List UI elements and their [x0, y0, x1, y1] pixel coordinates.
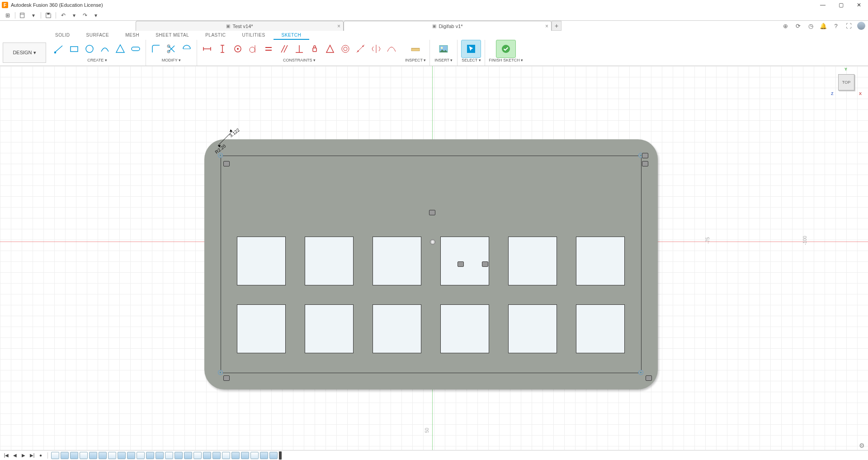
perpendicular-constraint-icon[interactable]	[293, 43, 306, 55]
measure-tool-icon[interactable]	[406, 40, 425, 58]
tab-close-icon[interactable]: ×	[337, 23, 340, 29]
timeline-start-icon[interactable]: |◀	[3, 452, 10, 459]
symmetry-constraint-icon[interactable]	[370, 43, 382, 55]
equal-constraint-icon[interactable]	[262, 43, 275, 55]
data-panel-icon[interactable]: ⊞	[3, 11, 13, 20]
trim-tool-icon[interactable]	[165, 43, 178, 55]
timeline-end-icon[interactable]: ▶|	[28, 452, 36, 459]
undo-icon[interactable]: ↶	[58, 11, 68, 20]
timeline-feature[interactable]	[250, 452, 259, 459]
file-menu-icon[interactable]	[18, 11, 28, 20]
timeline-record-icon[interactable]: ●	[37, 452, 44, 459]
timeline-feature[interactable]	[241, 452, 249, 459]
user-avatar[interactable]	[857, 22, 865, 30]
cutout[interactable]	[576, 237, 625, 285]
cutout[interactable]	[237, 304, 286, 353]
wstab-plastic[interactable]: PLASTIC	[197, 31, 234, 40]
undo-dropdown-icon[interactable]: ▾	[69, 11, 79, 20]
circle-tool-icon[interactable]	[83, 43, 96, 55]
parallel-constraint-icon[interactable]	[278, 43, 290, 55]
cutout[interactable]	[508, 237, 557, 285]
marketplace-icon[interactable]: ⛶	[844, 22, 853, 30]
cutout[interactable]	[305, 237, 354, 285]
redo-dropdown-icon[interactable]: ▾	[91, 11, 101, 20]
timeline-feature[interactable]	[269, 452, 278, 459]
timeline-play-icon[interactable]: ▶	[20, 452, 27, 459]
timeline-marker[interactable]	[279, 451, 282, 460]
timeline-feature[interactable]	[118, 452, 126, 459]
timeline-feature[interactable]	[127, 452, 135, 459]
hole[interactable]	[638, 370, 643, 375]
timeline-feature[interactable]	[61, 452, 69, 459]
timeline-feature[interactable]	[222, 452, 230, 459]
refresh-icon[interactable]: ⟳	[794, 22, 802, 30]
display-settings-icon[interactable]: ⚙	[859, 442, 866, 449]
fix-constraint-icon[interactable]	[308, 43, 321, 55]
ribbon-label[interactable]: CREATE ▾	[87, 57, 107, 62]
timeline-feature[interactable]	[108, 452, 116, 459]
timeline-feature[interactable]	[137, 452, 145, 459]
cutout[interactable]	[508, 304, 557, 353]
help-icon[interactable]: ?	[832, 22, 840, 30]
minimize-button[interactable]: —	[814, 0, 832, 10]
maximize-button[interactable]: ▢	[832, 0, 850, 10]
wstab-utilities[interactable]: UTILITIES	[234, 31, 273, 40]
wstab-mesh[interactable]: MESH	[117, 31, 147, 40]
new-tab-button[interactable]: +	[552, 21, 561, 31]
close-button[interactable]: ✕	[850, 0, 868, 10]
timeline-feature[interactable]	[231, 452, 240, 459]
hole[interactable]	[218, 370, 223, 375]
ribbon-label[interactable]: CONSTRAINTS ▾	[283, 57, 316, 62]
wstab-sheetmetal[interactable]: SHEET METAL	[147, 31, 197, 40]
workspace-switcher[interactable]: DESIGN ▾	[3, 43, 46, 63]
viewport[interactable]: 25 50 -25 -50 -75 -100 3.1	[0, 66, 868, 450]
timeline-feature[interactable]	[193, 452, 202, 459]
timeline-feature[interactable]	[89, 452, 97, 459]
wstab-sketch[interactable]: SKETCH	[274, 31, 310, 40]
timeline-feature[interactable]	[260, 452, 268, 459]
timeline-feature[interactable]	[165, 452, 173, 459]
cutout[interactable]	[373, 304, 421, 353]
extensions-icon[interactable]: ⊕	[781, 22, 789, 30]
concentric-constraint-icon[interactable]	[339, 43, 352, 55]
sketch-body[interactable]	[204, 139, 658, 389]
timeline-feature[interactable]	[203, 452, 211, 459]
select-tool-icon[interactable]	[461, 40, 481, 58]
file-dropdown-icon[interactable]: ▾	[28, 11, 38, 20]
horizontal-constraint-icon[interactable]	[201, 43, 213, 55]
cutout[interactable]	[373, 237, 421, 285]
tab-close-icon[interactable]: ×	[545, 23, 548, 29]
timeline-feature[interactable]	[212, 452, 221, 459]
cutout[interactable]	[440, 237, 489, 285]
curvature-constraint-icon[interactable]	[385, 43, 398, 55]
extend-tool-icon[interactable]	[180, 43, 193, 55]
timeline-feature[interactable]	[156, 452, 164, 459]
arc-tool-icon[interactable]	[99, 43, 111, 55]
polygon-tool-icon[interactable]	[114, 43, 127, 55]
cutout[interactable]	[305, 304, 354, 353]
viewcube-face[interactable]: TOP	[838, 74, 854, 90]
finish-sketch-icon[interactable]	[496, 40, 516, 58]
job-status-icon[interactable]: ◷	[807, 22, 815, 30]
document-tab-test[interactable]: ▣ Test v14* ×	[136, 21, 344, 31]
slot-tool-icon[interactable]	[129, 43, 142, 55]
timeline-feature[interactable]	[175, 452, 183, 459]
timeline-feature[interactable]	[146, 452, 154, 459]
insert-image-icon[interactable]	[434, 40, 453, 58]
origin-icon[interactable]	[430, 239, 435, 245]
redo-icon[interactable]: ↷	[80, 11, 90, 20]
timeline-feature[interactable]	[70, 452, 78, 459]
document-tab-digifab[interactable]: ▣ Digifab v1* ×	[344, 21, 552, 31]
coincident-constraint-icon[interactable]	[231, 43, 244, 55]
timeline-feature[interactable]	[80, 452, 88, 459]
collinear-constraint-icon[interactable]	[354, 43, 367, 55]
wstab-solid[interactable]: SOLID	[47, 31, 78, 40]
cutout[interactable]	[237, 237, 286, 285]
ribbon-label[interactable]: MODIFY ▾	[162, 57, 181, 62]
timeline-feature[interactable]	[51, 452, 59, 459]
vertical-constraint-icon[interactable]	[216, 43, 229, 55]
hole[interactable]	[218, 153, 223, 158]
view-cube[interactable]: Y TOP X Z	[834, 70, 858, 94]
wstab-surface[interactable]: SURFACE	[78, 31, 118, 40]
timeline-back-icon[interactable]: ◀	[11, 452, 19, 459]
